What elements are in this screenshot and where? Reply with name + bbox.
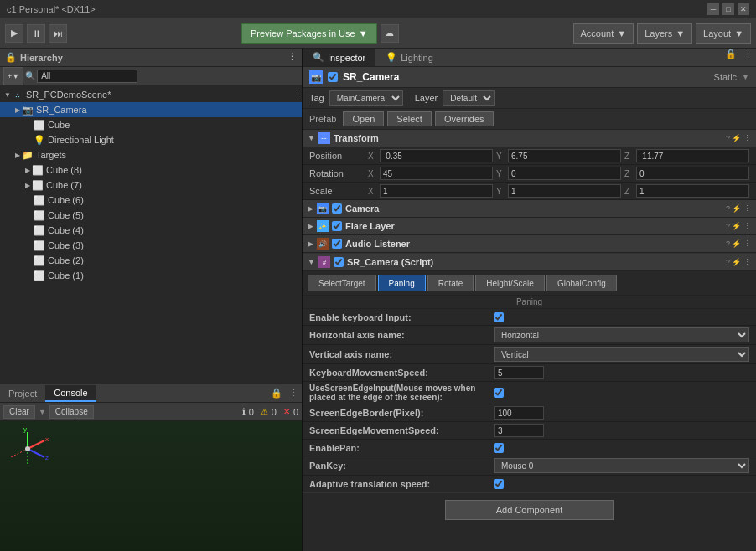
- position-y-input[interactable]: [508, 149, 621, 162]
- static-dropdown[interactable]: ▼: [742, 73, 749, 81]
- maximize-button[interactable]: □: [722, 3, 734, 15]
- close-button[interactable]: ✕: [738, 3, 749, 15]
- hierarchy-search-input[interactable]: [37, 70, 137, 83]
- rotation-z-input[interactable]: [636, 167, 749, 180]
- rotate-tab[interactable]: Rotate: [427, 275, 474, 291]
- audio-checkbox[interactable]: [332, 239, 342, 249]
- clear-button[interactable]: Clear: [3, 405, 35, 419]
- tree-item-cube[interactable]: ⬜ Cube: [0, 117, 302, 132]
- pan-key-dropdown[interactable]: Mouse 0: [494, 458, 749, 473]
- screen-edge-speed-label: ScreenEdgeMovementSpeed:: [309, 425, 494, 435]
- tree-item-cube-7[interactable]: ▶ ⬜ Cube (7): [0, 178, 302, 193]
- tree-item-cube-4[interactable]: ⬜ Cube (4): [0, 223, 302, 238]
- enable-keyboard-checkbox[interactable]: [494, 312, 504, 322]
- use-screen-edge-checkbox[interactable]: [494, 388, 504, 398]
- adaptive-speed-checkbox[interactable]: [494, 479, 504, 489]
- script-section: ▼ # SR_Camera (Script) ? ⚡ ⋮ SelectTarge…: [303, 253, 756, 492]
- main-toolbar: ▶ ⏸ ⏭ Preview Packages in Use ▼ ☁ Accoun…: [0, 18, 756, 49]
- cube-label-0: Cube: [48, 120, 70, 130]
- vertical-axis-dropdown[interactable]: Vertical: [494, 347, 749, 362]
- tree-item-directional-light[interactable]: 💡 Directional Light: [0, 132, 302, 147]
- scale-x-input[interactable]: [380, 184, 493, 198]
- layer-dropdown[interactable]: Default: [443, 90, 495, 106]
- preview-packages-button[interactable]: Preview Packages in Use ▼: [241, 23, 377, 44]
- tree-item-cube-1[interactable]: ⬜ Cube (1): [0, 268, 302, 283]
- layout-dropdown[interactable]: Layout ▼: [696, 23, 751, 44]
- script-checkbox[interactable]: [334, 257, 344, 267]
- audio-component-header[interactable]: ▶ 🔊 Audio Listener ? ⚡ ⋮: [303, 235, 756, 253]
- tree-item-cube-6[interactable]: ⬜ Cube (6): [0, 193, 302, 208]
- cloud-button[interactable]: ☁: [381, 24, 399, 43]
- script-header[interactable]: ▼ # SR_Camera (Script) ? ⚡ ⋮: [303, 254, 756, 271]
- collapse-button[interactable]: Collapse: [49, 405, 94, 419]
- keyboard-speed-input[interactable]: [494, 366, 544, 379]
- inspector-lock-icon[interactable]: 🔒: [722, 49, 740, 66]
- flare-help[interactable]: ? ⚡ ⋮: [726, 222, 751, 230]
- overrides-button[interactable]: Overrides: [435, 111, 494, 126]
- audio-help[interactable]: ? ⚡ ⋮: [726, 239, 751, 248]
- screen-edge-speed-input[interactable]: [494, 424, 544, 437]
- transform-header[interactable]: ▼ ⊹ Transform ? ⚡ ⋮: [303, 130, 756, 147]
- open-button[interactable]: Open: [343, 111, 384, 126]
- tree-item-sr-camera[interactable]: ▶ 📷 SR_Camera: [0, 102, 302, 117]
- project-tab[interactable]: Project: [0, 386, 45, 401]
- tree-item-cube-8[interactable]: ▶ ⬜ Cube (8): [0, 162, 302, 178]
- camera-help[interactable]: ? ⚡ ⋮: [726, 204, 751, 213]
- tree-item-targets[interactable]: ▶ 📁 Targets: [0, 147, 302, 162]
- camera-component-header[interactable]: ▶ 📷 Camera ? ⚡ ⋮: [303, 200, 756, 218]
- step-button[interactable]: ⏭: [49, 24, 67, 43]
- height-scale-tab[interactable]: Height/Scale: [475, 275, 545, 291]
- scene-background: x y z < Persp CSDN @锐土英才.: [0, 421, 302, 551]
- tree-item-cube-5[interactable]: ⬜ Cube (5): [0, 208, 302, 223]
- add-hierarchy-button[interactable]: +▼: [3, 67, 23, 85]
- scale-fields: X Y Z: [368, 184, 749, 198]
- title-bar: c1 Personal* <DX11> ─ □ ✕: [0, 0, 756, 18]
- camera-comp-name: Camera: [345, 203, 379, 214]
- position-z-input[interactable]: [636, 149, 749, 162]
- tag-dropdown[interactable]: MainCamera: [329, 90, 403, 106]
- tree-item-cube-3[interactable]: ⬜ Cube (3): [0, 238, 302, 253]
- scene-icon: ⛬: [12, 89, 23, 100]
- screen-edge-border-input[interactable]: [494, 406, 544, 420]
- account-dropdown[interactable]: Account ▼: [573, 23, 634, 44]
- paning-tab[interactable]: Paning: [378, 275, 426, 291]
- camera-checkbox[interactable]: [332, 203, 342, 214]
- horizontal-axis-dropdown[interactable]: Horizontal: [494, 327, 749, 342]
- screen-edge-border-row: ScreenEdgeBorder(Pixel):: [303, 404, 756, 422]
- rotation-y-input[interactable]: [508, 167, 621, 180]
- select-target-tab[interactable]: SelectTarget: [308, 275, 376, 291]
- flare-component-header[interactable]: ▶ ✨ Flare Layer ? ⚡ ⋮: [303, 218, 756, 235]
- inspector-menu-icon[interactable]: ⋮: [740, 49, 756, 66]
- position-x-input[interactable]: [380, 149, 493, 162]
- pause-button[interactable]: ⏸: [27, 24, 45, 43]
- svg-line-4: [28, 449, 44, 457]
- cube-label-5: Cube (5): [48, 210, 84, 220]
- select-button[interactable]: Select: [387, 111, 432, 126]
- flare-checkbox[interactable]: [332, 221, 342, 231]
- lighting-tab[interactable]: 💡 Lighting: [375, 49, 443, 66]
- tree-item-cube-2[interactable]: ⬜ Cube (2): [0, 253, 302, 268]
- layers-dropdown[interactable]: Layers ▼: [637, 23, 692, 44]
- inspector-tab[interactable]: 🔍 Inspector: [303, 49, 375, 66]
- enable-pan-row: EnablePan:: [303, 440, 756, 456]
- object-name: SR_Camera: [343, 71, 399, 83]
- object-active-checkbox[interactable]: [328, 72, 338, 82]
- add-component-button[interactable]: Add Component: [445, 500, 614, 520]
- bottom-menu-icon[interactable]: ⋮: [286, 388, 302, 399]
- cube-icon-6: ⬜: [34, 194, 45, 206]
- console-tab[interactable]: Console: [45, 385, 96, 402]
- play-button[interactable]: ▶: [5, 24, 23, 43]
- cube-icon-3: ⬜: [34, 239, 45, 251]
- transform-help[interactable]: ? ⚡ ⋮: [726, 134, 751, 142]
- minimize-button[interactable]: ─: [707, 3, 719, 15]
- search-icon: 🔍: [25, 71, 35, 80]
- global-config-tab[interactable]: GlobalConfig: [546, 275, 617, 291]
- rotation-x-input[interactable]: [380, 167, 493, 180]
- scale-z-input[interactable]: [636, 184, 749, 198]
- script-help[interactable]: ? ⚡ ⋮: [726, 258, 751, 266]
- tag-label: Tag: [309, 93, 324, 103]
- hierarchy-menu-icon[interactable]: ⋮: [287, 52, 297, 63]
- enable-pan-checkbox[interactable]: [494, 443, 504, 453]
- scale-y-input[interactable]: [508, 184, 621, 198]
- tree-item-scene[interactable]: ▼ ⛬ SR_PCDemoScene* ⋮: [0, 87, 302, 102]
